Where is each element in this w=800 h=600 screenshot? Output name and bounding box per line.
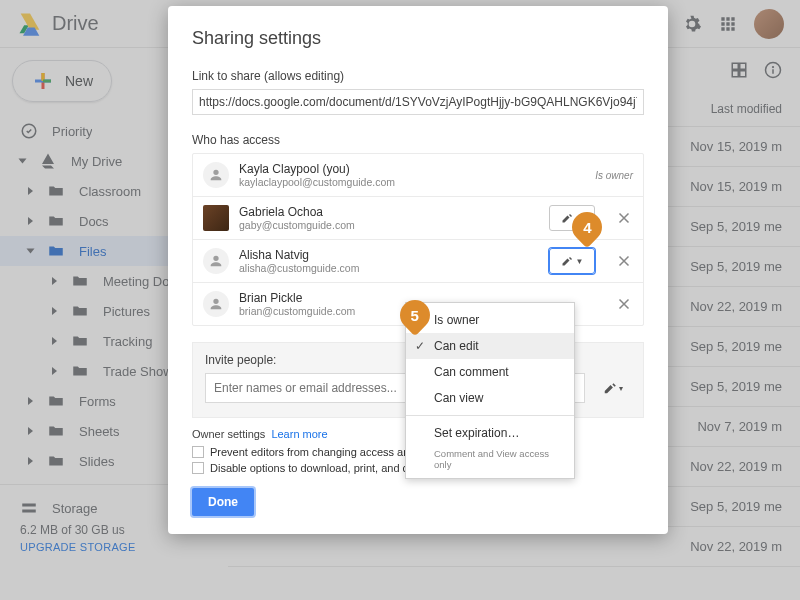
share-link-input[interactable] <box>192 89 644 115</box>
invite-permission-dropdown[interactable]: ▾ <box>595 375 631 401</box>
dialog-title: Sharing settings <box>192 28 644 49</box>
access-row-owner: Kayla Claypool (you)kaylaclaypool@custom… <box>193 154 643 197</box>
who-has-access: Who has access <box>192 133 644 147</box>
learn-more-link[interactable]: Learn more <box>271 428 327 440</box>
permission-dropdown[interactable]: ▼ <box>549 248 595 274</box>
menu-item-expiration[interactable]: Set expiration… <box>406 420 574 446</box>
link-label: Link to share (allows editing) <box>192 69 644 83</box>
remove-icon[interactable] <box>615 252 633 270</box>
checkbox-icon[interactable] <box>192 446 204 458</box>
pencil-icon <box>561 255 573 267</box>
remove-icon[interactable] <box>615 209 633 227</box>
permission-menu: Is owner Can edit Can comment Can view S… <box>405 302 575 479</box>
person-icon <box>203 248 229 274</box>
menu-item-can-edit[interactable]: Can edit <box>406 333 574 359</box>
access-row: Alisha Natvigalisha@customguide.com ▼ <box>193 240 643 283</box>
person-avatar <box>203 205 229 231</box>
menu-divider <box>406 415 574 416</box>
menu-note: Comment and View access only <box>406 446 574 474</box>
person-icon <box>203 291 229 317</box>
menu-item-can-view[interactable]: Can view <box>406 385 574 411</box>
pencil-icon <box>561 212 573 224</box>
owner-tag: Is owner <box>595 170 633 181</box>
person-icon <box>203 162 229 188</box>
menu-item-owner[interactable]: Is owner <box>406 307 574 333</box>
pencil-icon <box>603 381 617 395</box>
remove-icon[interactable] <box>615 295 633 313</box>
done-button[interactable]: Done <box>192 488 254 516</box>
menu-item-can-comment[interactable]: Can comment <box>406 359 574 385</box>
checkbox-icon[interactable] <box>192 462 204 474</box>
